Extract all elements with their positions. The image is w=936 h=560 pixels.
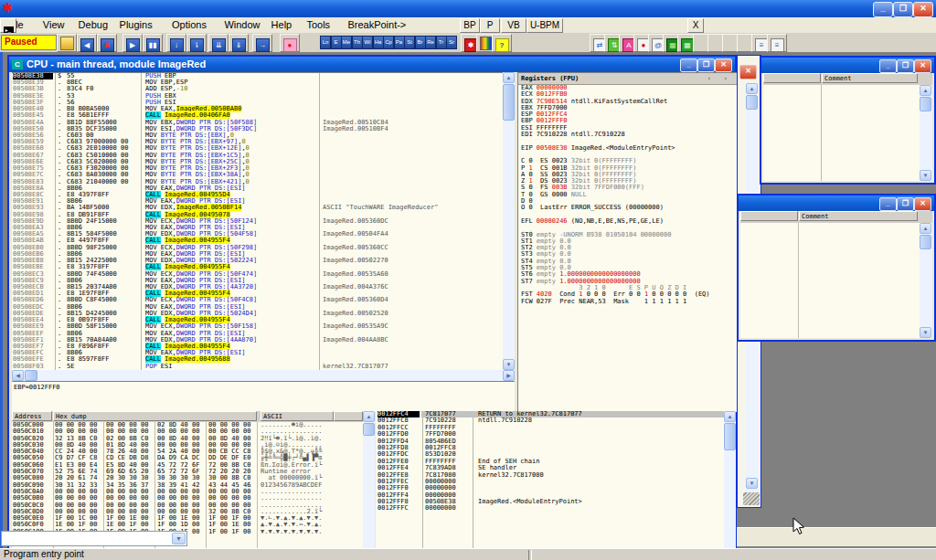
step-over-icon[interactable]: ⇂: [186, 34, 207, 52]
close-button[interactable]: ✕: [913, 2, 933, 17]
minimize-button[interactable]: _: [873, 2, 893, 17]
cpu-window-titlebar[interactable]: C CPU - main thread, module ImageRed _ ❐…: [9, 57, 735, 72]
scroll-left-icon[interactable]: ◀: [12, 370, 24, 381]
disasm-row[interactable]: 00508E3B.83C4 F0ADD ESP,-10: [12, 86, 503, 92]
command-combobox[interactable]: ▼: [1, 531, 187, 546]
scroll-up-icon[interactable]: ▲: [746, 83, 758, 94]
disassembly-pane[interactable]: 00508E38$55PUSH EBP00508E39.8BECMOV EBP,…: [12, 72, 503, 371]
disasm-row[interactable]: 00508E3E.53PUSH EBX: [12, 93, 503, 100]
menu-plugins[interactable]: Plugins: [114, 18, 158, 32]
resize-grip[interactable]: [743, 492, 760, 505]
disassembly-hscrollbar[interactable]: ◀ ▶: [12, 370, 515, 381]
disassembly-vscrollbar[interactable]: ▲ ▼: [503, 72, 515, 370]
comment-list-body[interactable]: [740, 223, 932, 338]
stack-vscrollbar[interactable]: ▲ ▼: [724, 411, 736, 548]
list-view-icon-2[interactable]: ≡: [767, 34, 787, 52]
pane-button-re[interactable]: Re: [425, 36, 436, 49]
comment-vscrollbar[interactable]: ▲ ▼: [920, 223, 932, 338]
scroll-down-icon[interactable]: ▼: [920, 327, 931, 338]
pane-button-ha[interactable]: Ha: [373, 36, 384, 49]
p-button[interactable]: P: [480, 18, 500, 33]
disasm-row[interactable]: 00508ED6.8B0D C8F45000MOV ECX,DWORD PTR …: [12, 297, 503, 303]
vb-button[interactable]: VB: [501, 18, 526, 33]
menu-view[interactable]: View: [37, 18, 70, 32]
menu-tools[interactable]: Tools: [301, 18, 335, 32]
win-close-button[interactable]: ✕: [914, 59, 931, 73]
register-line[interactable]: FCW 027F Prec NEAR,53 Mask 1 1 1 1 1 1: [518, 299, 737, 305]
pane-button-br[interactable]: Br: [415, 36, 426, 49]
pane-chevron-icon[interactable]: ‹: [707, 73, 711, 84]
register-line[interactable]: EIP 00508E38 ImageRed.<ModuleEntryPoint>: [518, 145, 737, 152]
scroll-down-icon[interactable]: ▼: [746, 478, 758, 489]
cpu-minimize-button[interactable]: _: [680, 58, 697, 72]
scroll-up-icon[interactable]: ▲: [363, 411, 375, 422]
disasm-row[interactable]: 00508EFE.E8 8597F8FFCALL ImageRed.004956…: [12, 356, 503, 363]
comment-window-titlebar[interactable]: _ ❐ ✕: [761, 58, 934, 73]
pause-icon[interactable]: ▮▮: [143, 34, 163, 52]
menu-debug[interactable]: Debug: [73, 18, 113, 32]
bp-button[interactable]: BP: [460, 18, 480, 33]
dump-vscrollbar[interactable]: ▲ ▼: [363, 411, 375, 548]
open-file-icon[interactable]: [57, 34, 77, 52]
menubar-close-button[interactable]: X: [687, 18, 704, 33]
scroll-up-icon[interactable]: ▲: [920, 223, 931, 234]
menu-help[interactable]: Help: [266, 18, 298, 32]
disasm-row[interactable]: 00508EE9.8B0D 58F15000MOV ECX,DWORD PTR …: [12, 323, 503, 330]
comment-window-titlebar[interactable]: _ ❐ ✕: [739, 195, 934, 211]
dump-pane[interactable]: 0050C00000 00 00 0000 00 00 0002 8D 40 0…: [12, 422, 363, 548]
pane-button-sr[interactable]: Sr: [446, 36, 457, 49]
scroll-down-icon[interactable]: ▼: [503, 359, 515, 370]
dropdown-arrow-icon[interactable]: ▼: [172, 533, 186, 544]
scroll-down-icon[interactable]: ▼: [920, 170, 931, 181]
stack-row[interactable]: 0012FFFC00000000: [376, 505, 724, 512]
restore-button[interactable]: ❐: [893, 2, 913, 17]
strip-close-icon[interactable]: ✕: [739, 65, 757, 79]
win-minimize-button[interactable]: _: [879, 59, 897, 73]
help-icon[interactable]: ?: [492, 34, 512, 52]
pane-button-ln[interactable]: Ln: [320, 36, 331, 49]
disasm-row[interactable]: 00508EB0.8B0D 98F25000MOV ECX,DWORD PTR …: [12, 245, 503, 251]
pane-button-wi[interactable]: Wi: [362, 36, 373, 49]
step-into-icon[interactable]: ↓: [166, 34, 186, 52]
pane-button-pa[interactable]: Pa: [394, 36, 405, 49]
disasm-row[interactable]: 00508F03.5EPOP ESIkernel32.7C817077: [12, 364, 503, 370]
register-line[interactable]: EFL 00000246 (NO,NB,E,BE,NS,PE,GE,LE): [518, 218, 737, 225]
win-maximize-button[interactable]: ❐: [897, 59, 914, 73]
scroll-thumb[interactable]: [363, 423, 375, 436]
pane-button-th[interactable]: Th: [352, 36, 363, 49]
comment-vscrollbar[interactable]: ▲ ▼: [920, 85, 932, 181]
disasm-row[interactable]: 00508E38$55PUSH EBP: [12, 73, 503, 79]
scroll-thumb[interactable]: [503, 84, 515, 121]
menu-breakpoint[interactable]: BreakPoint->: [342, 18, 411, 32]
scroll-thumb[interactable]: [746, 95, 758, 110]
win-close-button[interactable]: ✕: [914, 197, 931, 211]
pane-button-tr[interactable]: Tr: [436, 36, 447, 49]
cpu-maximize-button[interactable]: ❐: [697, 58, 715, 72]
pane-chevron-icon[interactable]: ‹: [724, 73, 728, 84]
win-maximize-button[interactable]: ❐: [897, 197, 914, 211]
console-icon[interactable]: ▸_: [0, 18, 16, 33]
cpu-close-button[interactable]: ✕: [715, 58, 732, 72]
close-program-icon[interactable]: ✖: [97, 34, 117, 52]
scroll-up-icon[interactable]: ▲: [503, 72, 515, 83]
win-minimize-button[interactable]: _: [879, 197, 897, 211]
disasm-row[interactable]: 00508EF7.E8 F896F8FFCALL ImageRed.004955…: [12, 343, 503, 350]
disasm-row[interactable]: 00508E83.C683 21040000 00MOV BYTE PTR DS…: [12, 179, 503, 185]
execute-till-return-icon[interactable]: →: [252, 34, 272, 52]
animate-over-icon[interactable]: ⇓: [229, 34, 249, 52]
scroll-up-icon[interactable]: ▲: [724, 411, 736, 422]
restart-icon[interactable]: ◀: [77, 34, 97, 52]
scroll-thumb[interactable]: [25, 370, 37, 381]
register-line[interactable]: EDI 7C910228 ntdll.7C910228: [518, 132, 737, 138]
disasm-row[interactable]: 00508E9D.8B0D 24F15000MOV ECX,DWORD PTR …: [12, 218, 503, 225]
pane-button-st[interactable]: St: [404, 36, 415, 49]
menu-options[interactable]: Options: [166, 18, 212, 32]
pane-button-cp[interactable]: Cp: [383, 36, 394, 49]
pane-button-me[interactable]: Me: [341, 36, 352, 49]
scroll-right-icon[interactable]: ▶: [503, 370, 515, 381]
info-pane[interactable]: EBP=0012FFF0: [12, 381, 515, 412]
comment-list-body[interactable]: [763, 85, 932, 181]
scroll-thumb[interactable]: [920, 97, 931, 111]
scroll-thumb[interactable]: [724, 423, 736, 450]
disasm-row[interactable]: 00508EC3.8B0D 74F45000MOV ECX,DWORD PTR …: [12, 271, 503, 278]
